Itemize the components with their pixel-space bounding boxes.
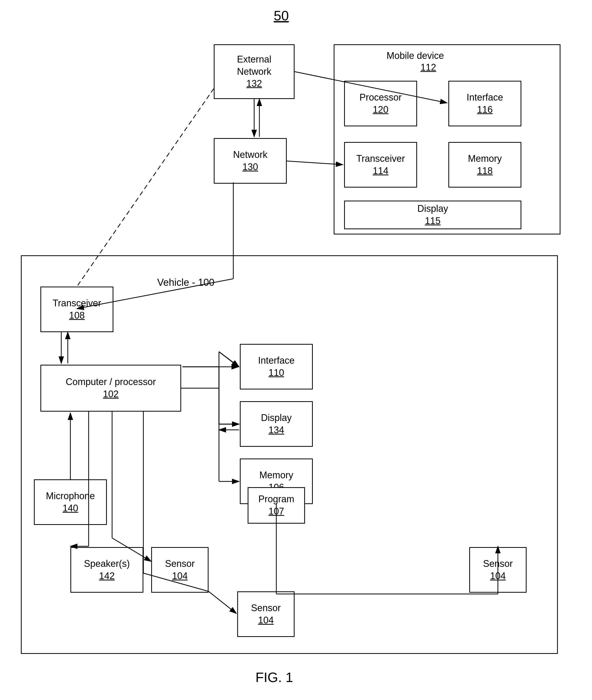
interface-116-num: 116 [477,104,493,116]
sensor-104c-label: Sensor [483,558,513,570]
memory-106-label: Memory [259,469,293,481]
sensor-104b-label: Sensor [251,602,281,614]
diagram: 50 ExternalNetwork 132 Network 130 Mobil… [0,0,592,700]
external-network-box: ExternalNetwork 132 [214,44,295,99]
interface-110-num: 110 [268,367,284,379]
interface-110-box: Interface 110 [240,344,313,389]
transceiver-108-box: Transceiver 108 [40,286,113,332]
program-107-label: Program [258,493,294,505]
program-107-num: 107 [268,505,284,518]
transceiver-114-label: Transceiver [356,153,405,165]
diagram-title: 50 [274,8,289,23]
display-115-label: Display [417,203,448,215]
interface-110-label: Interface [258,355,295,367]
program-107-box: Program 107 [248,487,305,524]
transceiver-108-label: Transceiver [53,297,101,310]
mobile-device-num: 112 [421,62,436,73]
sensor-104a-label: Sensor [165,558,195,570]
interface-116-box: Interface 116 [448,81,522,126]
microphone-140-label: Microphone [46,490,95,502]
memory-118-num: 118 [477,165,493,177]
display-115-num: 115 [425,215,441,227]
computer-102-box: Computer / processor 102 [40,365,181,412]
memory-118-box: Memory 118 [448,142,522,187]
speakers-142-num: 142 [99,570,115,582]
speakers-142-label: Speaker(s) [84,558,130,570]
microphone-140-num: 140 [62,502,78,515]
mobile-device-label: Mobile device [387,50,444,61]
sensor-104a-box: Sensor 104 [151,547,208,593]
vehicle-label: Vehicle - 100 [157,277,214,288]
network-num: 130 [242,161,258,173]
sensor-104b-box: Sensor 104 [237,591,295,637]
transceiver-108-num: 108 [69,310,85,322]
memory-118-label: Memory [468,153,502,165]
external-network-label: ExternalNetwork [237,53,272,78]
display-134-num: 134 [268,424,284,436]
speakers-142-box: Speaker(s) 142 [70,547,143,593]
transceiver-114-num: 114 [373,165,388,177]
transceiver-114-box: Transceiver 114 [344,142,417,187]
processor-120-num: 120 [373,104,388,116]
network-label: Network [233,149,267,161]
sensor-104b-num: 104 [258,614,274,627]
display-134-box: Display 134 [240,401,313,447]
display-134-label: Display [261,412,292,424]
network-130-box: Network 130 [214,138,287,184]
interface-116-label: Interface [466,92,503,104]
display-115-box: Display 115 [344,201,522,229]
sensor-104c-box: Sensor 104 [469,547,527,593]
external-network-num: 132 [246,77,262,90]
microphone-140-box: Microphone 140 [34,479,107,525]
computer-102-label: Computer / processor [66,376,156,388]
sensor-104c-num: 104 [490,570,506,582]
sensor-104a-num: 104 [172,570,188,582]
processor-120-box: Processor 120 [344,81,417,126]
processor-120-label: Processor [359,92,402,104]
computer-102-num: 102 [103,388,118,400]
fig-label: FIG. 1 [255,669,293,685]
